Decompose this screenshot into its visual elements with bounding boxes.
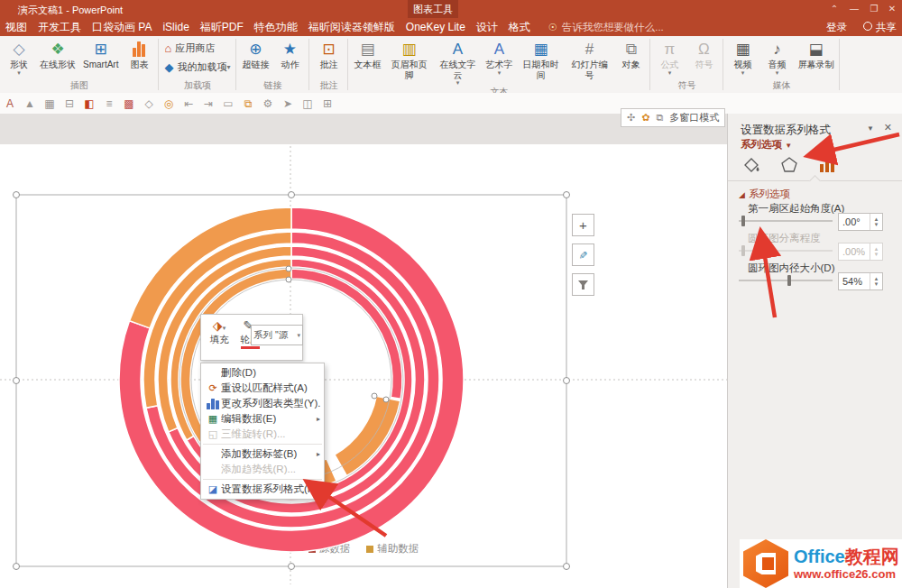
context-menu-item-重设以匹配样式[interactable]: ⟳重设以匹配样式(A)	[201, 381, 324, 396]
ribbon-button-视频[interactable]: ▦视频▾	[726, 39, 759, 77]
ribbon-button-幻灯片编号[interactable]: #幻灯片编号	[566, 39, 612, 81]
close-icon[interactable]: ✕	[884, 122, 892, 133]
series-selector-combo[interactable]: 系列 "源 ▾	[251, 325, 303, 345]
target-icon[interactable]: ◎	[159, 97, 179, 110]
ribbon-group-链接: ⊕超链接★动作链接	[236, 36, 308, 93]
group-label-链接: 链接	[236, 80, 308, 93]
minimize-icon[interactable]: —	[846, 3, 862, 15]
series-options-section-header[interactable]: ◢系列选项	[739, 188, 790, 201]
幻灯片编号-icon: #	[585, 40, 594, 60]
ribbon-tab-福昕阅读器领鲜版[interactable]: 福昕阅读器领鲜版	[303, 18, 400, 36]
context-menu-item-添加数据标签[interactable]: 添加数据标签(B)▸	[201, 446, 324, 462]
动作-icon: ★	[283, 40, 297, 60]
ribbon-button-批注[interactable]: ⊡批注	[312, 39, 345, 71]
ribbon-button-应用商店[interactable]: ⌂应用商店	[164, 41, 215, 55]
fill-button[interactable]: ⬗▾ 填充	[207, 317, 232, 360]
chevron-down-icon: ▾	[297, 332, 300, 339]
chart-filters-button[interactable]	[572, 273, 594, 296]
ribbon-button-文本框[interactable]: ▤文本框	[351, 39, 383, 71]
context-menu-item-更改系列图表类型[interactable]: 更改系列图表类型(Y)...	[201, 396, 324, 411]
ribbon-button-图表[interactable]: 图表	[123, 39, 155, 71]
slider-track[interactable]	[739, 280, 833, 281]
multi-window-mode-button[interactable]: ✣ ✿ ⧉ 多窗口模式	[621, 108, 725, 127]
arrange-left-icon[interactable]: ⇤	[179, 97, 198, 110]
ribbon-button-艺术字[interactable]: A艺术字▾	[483, 39, 515, 77]
ribbon-display-options-icon[interactable]: ⌃	[826, 3, 842, 15]
ribbon-button-超链接[interactable]: ⊕超链接	[239, 39, 272, 71]
ribbon-tab-OneKey Lite[interactable]: OneKey Lite	[400, 18, 471, 36]
print-icon[interactable]: ⊟	[60, 97, 79, 110]
diamond-icon[interactable]: ◇	[139, 97, 159, 110]
ribbon-button-符号[interactable]: Ω符号	[687, 39, 720, 71]
spinner-第一扇区起始角度(A)[interactable]: .00°▲▼	[838, 213, 883, 231]
box-icon[interactable]: ▭	[218, 97, 238, 110]
slider-handle[interactable]	[787, 275, 791, 286]
ribbon-button-SmartArt[interactable]: ⊞SmartArt	[80, 39, 121, 71]
spin-arrows[interactable]: ▲▼	[870, 273, 882, 289]
restore-icon[interactable]: ❐	[866, 3, 882, 15]
ribbon-tab-特色功能[interactable]: 特色功能	[249, 18, 303, 36]
context-menu-item-删除[interactable]: 删除(D)	[201, 365, 324, 381]
spin-arrows[interactable]: ▲▼	[870, 214, 882, 230]
ribbon-tab-开发工具[interactable]: 开发工具	[32, 18, 87, 36]
ribbon-button-日期和时间[interactable]: ▦日期和时间	[517, 39, 564, 81]
ribbon-button-屏幕录制[interactable]: ⬓屏幕录制	[795, 39, 836, 71]
chevron-down-icon[interactable]: ▼	[867, 124, 874, 133]
format-data-series-pane: 设置数据系列格式 ▼ ✕ 系列选项 ▼ ◢系列选项 第一扇区起始角度(A).00…	[727, 114, 902, 588]
paste-icon[interactable]: ⧉	[238, 97, 258, 110]
shape-tool-icon[interactable]: ▲	[20, 97, 40, 110]
windows-icon: ⧉	[656, 112, 663, 124]
context-menu-item-设置数据系列格式[interactable]: ◪设置数据系列格式(F)...	[201, 482, 324, 497]
slide[interactable]	[0, 144, 727, 588]
fullscreen-icon[interactable]: ⊞	[318, 97, 337, 110]
ribbon-button-在线形状[interactable]: ❖在线形状	[37, 39, 78, 71]
公式-icon: π	[665, 40, 676, 60]
red-grid-icon[interactable]: ▩	[119, 97, 139, 110]
slider-track[interactable]	[739, 220, 833, 222]
send-icon[interactable]: ➤	[278, 97, 298, 110]
gear-icon[interactable]: ⚙	[258, 97, 278, 110]
chart-elements-button[interactable]: +	[572, 214, 594, 236]
spinner-圆环图分离程度: .00%▲▼	[838, 243, 883, 261]
tell-me-search[interactable]: ☉ 告诉我您想要做什么...	[548, 21, 664, 34]
share-button[interactable]: 共享	[876, 21, 897, 34]
chart-legend[interactable]: 源数据辅助数据	[0, 542, 727, 556]
title-bar: 演示文稿1 - PowerPoint 图表工具 ⌃ — ❐ ✕	[0, 0, 902, 18]
series-options-icon[interactable]	[816, 154, 838, 176]
ribbon-button-形状[interactable]: ◇形状▾	[3, 39, 35, 77]
align-icon[interactable]: ≡	[99, 97, 119, 110]
ribbon-tab-福昕PDF[interactable]: 福昕PDF	[195, 18, 249, 36]
font-icon[interactable]: A	[0, 97, 20, 110]
ribbon-button-页眉和页脚[interactable]: ▥页眉和页脚	[385, 39, 432, 81]
color-grid-icon[interactable]: ◧	[79, 97, 99, 110]
arrange-right-icon[interactable]: ⇥	[198, 97, 218, 110]
grid-icon[interactable]: ▦	[40, 97, 60, 110]
ribbon-tab-设计[interactable]: 设计	[471, 18, 503, 36]
context-menu: 删除(D)⟳重设以匹配样式(A)更改系列图表类型(Y)...▦编辑数据(E)▸◱…	[200, 363, 325, 500]
ribbon-tab-格式[interactable]: 格式	[503, 18, 536, 36]
window-icon[interactable]: ◫	[298, 97, 318, 110]
ribbon-tab-iSlide[interactable]: iSlide	[157, 18, 194, 36]
close-icon[interactable]: ✕	[884, 3, 900, 15]
fill-line-icon[interactable]	[741, 154, 762, 176]
ribbon-button-音频[interactable]: ♪音频▾	[760, 39, 793, 77]
ribbon-tab-口袋动画 PA[interactable]: 口袋动画 PA	[87, 18, 157, 36]
context-menu-item-编辑数据[interactable]: ▦编辑数据(E)▸	[201, 411, 324, 427]
legend-item-源数据[interactable]: 源数据	[308, 542, 351, 556]
login-button[interactable]: 登录	[826, 21, 847, 34]
chart-styles-button[interactable]: ✎	[572, 243, 594, 266]
ribbon-button-在线文字云[interactable]: A在线文字云▾	[434, 39, 481, 87]
group-label-批注: 批注	[309, 80, 347, 93]
ribbon: ◇形状▾❖在线形状⊞SmartArt图表插图⌂应用商店◆我的加载项 ▾加载项⊕超…	[0, 36, 902, 94]
legend-item-辅助数据[interactable]: 辅助数据	[366, 542, 419, 556]
ribbon-button-我的加载项[interactable]: ◆我的加载项 ▾	[164, 60, 230, 74]
ribbon-button-对象[interactable]: ⧉对象	[614, 39, 647, 71]
ribbon-tab-视图[interactable]: 视图	[0, 18, 32, 36]
slider-handle[interactable]	[741, 216, 745, 226]
chart-tools-contextual-tab: 图表工具	[408, 0, 458, 18]
series-options-dropdown[interactable]: 系列选项 ▼	[741, 138, 792, 152]
effects-icon[interactable]	[778, 154, 800, 176]
ribbon-button-公式[interactable]: π公式▾	[653, 39, 686, 77]
spinner-圆环图内径大小(D)[interactable]: 54%▲▼	[838, 272, 883, 290]
ribbon-button-动作[interactable]: ★动作	[273, 39, 306, 71]
